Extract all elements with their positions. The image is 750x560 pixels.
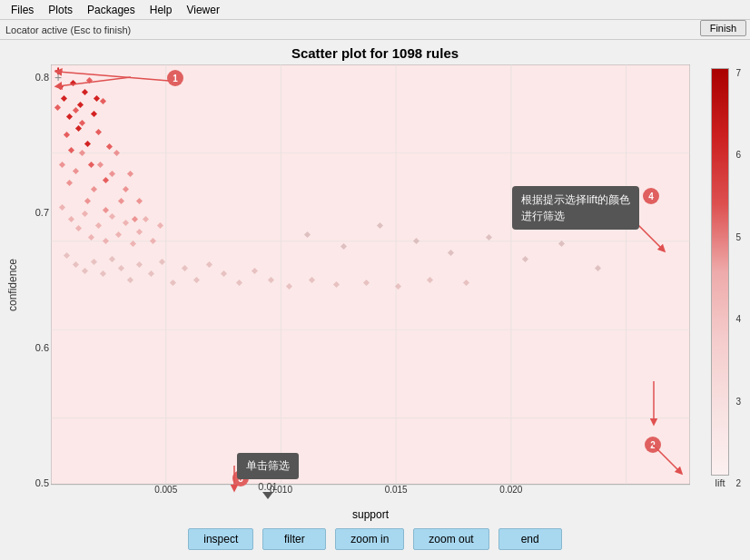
tooltip-x-value: 0.01	[237, 481, 299, 492]
annotation-badge-4-area: 根据提示选择lift的颜色 进行筛选 4	[512, 186, 659, 230]
annotation-line2: 进行筛选	[521, 208, 630, 224]
scatter-plot: + 0.005 0.010 0.015 0.020	[51, 64, 690, 506]
y-tick-05: 0.5	[20, 477, 49, 488]
y-tick-07: 0.7	[20, 207, 49, 218]
y-ticks: 0.8 0.7 0.6 0.5	[20, 64, 51, 506]
end-button[interactable]: end	[498, 528, 562, 550]
annotation-badge-2: 2	[645, 437, 661, 453]
svg-rect-0	[51, 64, 690, 485]
plot-area: confidence 0.8 0.7 0.6 0.5	[5, 64, 745, 506]
menu-files[interactable]: Files	[4, 2, 41, 18]
legend-tick-7: 7	[735, 68, 741, 78]
filter-button[interactable]: filter	[262, 528, 326, 550]
y-axis-label-wrap: confidence	[5, 64, 20, 506]
legend-tick-2: 2	[735, 478, 741, 488]
legend-tick-4: 4	[735, 314, 741, 324]
main-area: Scatter plot for 1098 rules confidence 0…	[0, 40, 750, 560]
annotation-bubble-4: 根据提示选择lift的颜色 进行筛选	[512, 186, 639, 230]
zoom-in-button[interactable]: zoom in	[335, 528, 404, 550]
menubar: Files Plots Packages Help Viewer	[0, 0, 750, 20]
tooltip-box-wrap: 单击筛选 0.01	[237, 453, 299, 499]
svg-text:0.020: 0.020	[499, 485, 522, 495]
annotation-line1: 根据提示选择lift的颜色	[521, 192, 630, 208]
y-axis-label: confidence	[6, 259, 19, 311]
legend-gradient	[711, 68, 729, 476]
plot-canvas[interactable]: + 0.005 0.010 0.015 0.020 + 1	[51, 64, 690, 506]
menu-viewer[interactable]: Viewer	[179, 2, 226, 18]
statusbar-text: Locator active (Esc to finish)	[5, 25, 131, 35]
svg-text:0.005: 0.005	[154, 485, 177, 495]
y-tick-06: 0.6	[20, 342, 49, 353]
legend-tick-3: 3	[735, 397, 741, 407]
menu-packages[interactable]: Packages	[80, 2, 143, 18]
inspect-button[interactable]: inspect	[188, 528, 253, 550]
annotation-badge-1: 1	[167, 70, 183, 86]
finish-button[interactable]: Finish	[700, 20, 746, 36]
legend-tick-6: 6	[735, 150, 741, 160]
menu-help[interactable]: Help	[143, 2, 180, 18]
svg-text:0.015: 0.015	[385, 485, 408, 495]
legend-area: 7 6 5 4 3 2 lift	[690, 64, 745, 506]
legend-label: lift	[715, 477, 725, 488]
zoom-out-button[interactable]: zoom out	[413, 528, 488, 550]
bottom-buttons-bar: inspect filter zoom in zoom out end	[5, 521, 745, 554]
legend-ticks: 7 6 5 4 3 2	[735, 68, 741, 488]
finish-button-wrap: Finish	[700, 20, 746, 36]
chart-title: Scatter plot for 1098 rules	[5, 45, 745, 61]
menu-plots[interactable]: Plots	[41, 2, 80, 18]
tooltip-box: 单击筛选	[237, 453, 299, 479]
legend-tick-5: 5	[735, 232, 741, 242]
svg-text:+: +	[54, 64, 62, 78]
y-tick-08: 0.8	[20, 72, 49, 83]
x-axis-label: support	[51, 508, 690, 521]
statusbar: Locator active (Esc to finish)	[0, 20, 750, 40]
